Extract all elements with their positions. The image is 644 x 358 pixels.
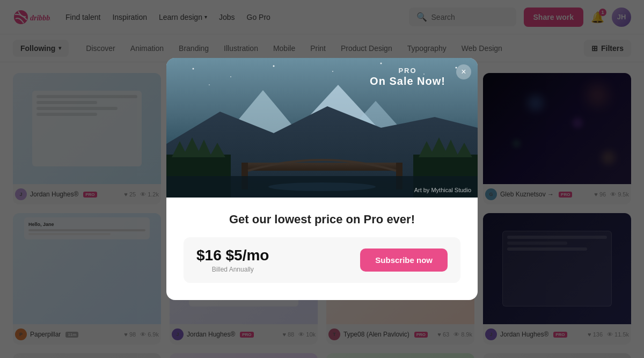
modal-body: Get our lowest price on Pro ever! $16 $5…	[166, 198, 478, 300]
modal-hero-image: PRO On Sale Now! Art by Mythical Studio …	[166, 58, 478, 198]
pro-sale-badge: PRO On Sale Now!	[370, 67, 445, 87]
svg-point-4	[230, 76, 231, 77]
modal-price-info: $16 $5/mo Billed Annually	[196, 247, 269, 273]
svg-point-10	[209, 84, 210, 85]
pro-sale-modal: PRO On Sale Now! Art by Mythical Studio …	[166, 58, 478, 300]
modal-title: Get our lowest price on Pro ever!	[184, 213, 460, 227]
svg-point-6	[332, 71, 333, 72]
modal-close-button[interactable]: ×	[456, 64, 471, 79]
svg-point-30	[268, 182, 376, 191]
svg-point-7	[380, 63, 382, 64]
svg-point-3	[193, 68, 194, 70]
modal-price-note: Billed Annually	[196, 266, 269, 273]
modal-pricing-box: $16 $5/mo Billed Annually Subscribe now	[184, 237, 460, 283]
modal-price: $16 $5/mo	[196, 247, 269, 264]
modal-overlay[interactable]: PRO On Sale Now! Art by Mythical Studio …	[0, 0, 644, 358]
subscribe-button[interactable]: Subscribe now	[360, 249, 448, 272]
art-credit: Art by Mythical Studio	[414, 187, 471, 193]
svg-point-5	[273, 65, 275, 67]
